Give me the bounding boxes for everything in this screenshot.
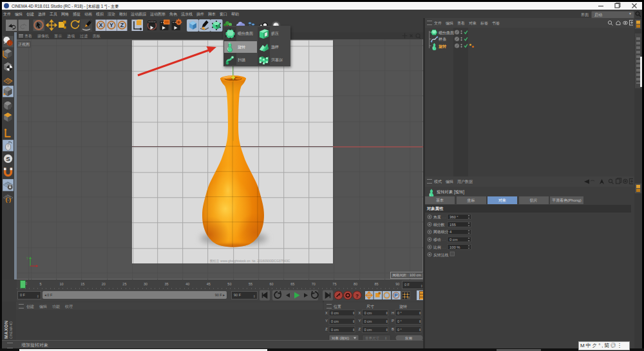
svg-text:X: X: [359, 311, 361, 315]
svg-text:Z: Z: [120, 22, 124, 28]
svg-text:50: 50: [227, 282, 231, 286]
svg-text:55: 55: [249, 282, 252, 286]
svg-text:⇕: ⇕: [386, 311, 388, 315]
svg-text:⇕: ⇕: [352, 311, 355, 315]
svg-text:30: 30: [144, 282, 147, 286]
svg-text:角度: 角度: [433, 215, 441, 220]
svg-text:155: 155: [450, 223, 456, 227]
svg-text:Y: Y: [109, 22, 113, 28]
svg-text:⇕: ⇕: [419, 311, 421, 315]
svg-text:反转法线: 反转法线: [433, 253, 448, 258]
svg-text:65: 65: [290, 282, 294, 286]
svg-text:?: ?: [355, 293, 359, 299]
svg-text:P: P: [394, 292, 398, 298]
svg-text:360 °: 360 °: [450, 215, 459, 219]
svg-text:35: 35: [165, 282, 169, 286]
svg-text:10: 10: [60, 282, 64, 286]
svg-text:15: 15: [80, 282, 84, 286]
svg-text:0 cm: 0 cm: [450, 238, 458, 242]
svg-text:0 °: 0 °: [397, 311, 402, 315]
svg-text:细分数: 细分数: [433, 223, 445, 227]
svg-text:5: 5: [39, 282, 41, 286]
svg-text:100 %: 100 %: [450, 245, 460, 249]
svg-text:75: 75: [332, 282, 336, 286]
svg-text:Y: Y: [26, 257, 28, 260]
svg-text:比例: 比例: [433, 245, 441, 250]
svg-text:40: 40: [185, 282, 189, 286]
svg-text:70: 70: [312, 282, 316, 286]
svg-text:移动: 移动: [433, 238, 441, 242]
svg-text:. .: . .: [442, 245, 446, 249]
svg-text:90: 90: [395, 282, 399, 286]
svg-text:25: 25: [122, 282, 126, 286]
svg-text:0 cm: 0 cm: [365, 311, 372, 315]
svg-text:H: H: [392, 311, 394, 315]
svg-text:0 cm: 0 cm: [331, 311, 339, 315]
svg-text:20: 20: [102, 282, 106, 286]
svg-text:. .: . .: [442, 238, 446, 242]
svg-text:X: X: [99, 22, 102, 28]
svg-text:. .: . .: [442, 215, 446, 219]
svg-text:S: S: [6, 155, 10, 162]
svg-text:85: 85: [375, 282, 379, 286]
svg-text:45: 45: [207, 282, 211, 286]
svg-text:网格细分: 网格细分: [433, 230, 448, 234]
svg-text:60: 60: [270, 282, 274, 286]
svg-text:80: 80: [354, 282, 357, 286]
svg-text:X: X: [325, 311, 328, 315]
